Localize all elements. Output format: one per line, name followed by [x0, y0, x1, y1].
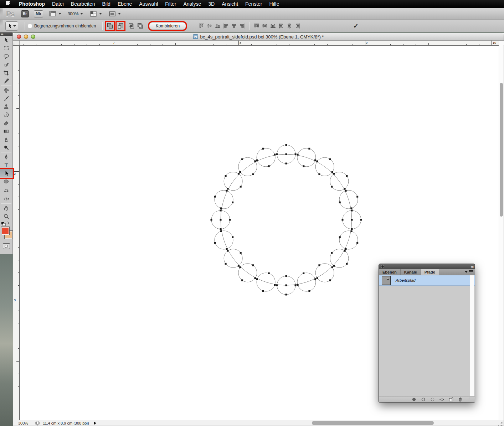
- launch-mobile-button[interactable]: Mb: [34, 10, 43, 17]
- commit-checkmark-icon[interactable]: ✓: [353, 22, 359, 30]
- vertical-ruler[interactable]: 23: [13, 46, 20, 420]
- menu-item-hilfe[interactable]: Hilfe: [266, 0, 283, 8]
- menu-item-filter[interactable]: Filter: [161, 0, 180, 8]
- distribute-vertical-centers-button[interactable]: [261, 22, 269, 30]
- subtract-shape-button[interactable]: [117, 22, 124, 30]
- clone-stamp-tool[interactable]: [0, 103, 12, 111]
- menu-item-bild[interactable]: Bild: [99, 0, 114, 8]
- ruler-corner[interactable]: [13, 41, 20, 46]
- tab-ebenen[interactable]: Ebenen: [379, 269, 401, 275]
- panel-menu-button[interactable]: [465, 270, 473, 274]
- launch-bridge-button[interactable]: Br: [21, 10, 29, 17]
- menu-items: PhotoshopDateiBearbeitenBildEbeneAuswahl…: [15, 0, 283, 8]
- horizontal-scrollbar-thumb[interactable]: [312, 421, 434, 425]
- menu-item-photoshop[interactable]: Photoshop: [15, 0, 48, 8]
- window-title-bar[interactable]: Ps bc_4s_portrait_sidefold.psd bei 300% …: [13, 33, 504, 41]
- toolbar-collapse-button[interactable]: ▸▸: [0, 32, 12, 36]
- spot-healing-brush-tool[interactable]: [0, 86, 12, 94]
- distribute-left-edges-button[interactable]: [277, 22, 285, 30]
- menu-item-ebene[interactable]: Ebene: [114, 0, 135, 8]
- add-shape-button[interactable]: [106, 22, 114, 30]
- smudge-tool[interactable]: [0, 135, 12, 144]
- align-top-edges-button[interactable]: [197, 22, 205, 30]
- close-window-button[interactable]: [17, 35, 21, 39]
- hand-tool[interactable]: [0, 204, 12, 212]
- minimize-window-button[interactable]: [24, 35, 28, 39]
- eraser-tool[interactable]: [0, 119, 12, 127]
- align-right-edges-button[interactable]: [238, 22, 246, 30]
- align-bottom-edges-button[interactable]: [214, 22, 222, 30]
- gradient-tool[interactable]: [0, 127, 12, 135]
- path-selection-tool[interactable]: [0, 169, 12, 177]
- tool-preset-picker[interactable]: [5, 21, 18, 31]
- window-resize-grip[interactable]: [498, 420, 504, 426]
- distribute-horizontal-centers-button[interactable]: [285, 22, 293, 30]
- distribute-top-edges-button[interactable]: [252, 22, 261, 30]
- menu-item-auswahl[interactable]: Auswahl: [135, 0, 161, 8]
- crop-tool[interactable]: [0, 69, 12, 77]
- path-thumbnail[interactable]: [382, 276, 391, 285]
- align-left-edges-button[interactable]: [222, 22, 230, 30]
- work-path-row[interactable]: Arbeitspfad: [379, 275, 475, 286]
- horizontal-ruler[interactable]: 78910: [20, 41, 504, 46]
- menu-item-fenster[interactable]: Fenster: [242, 0, 266, 8]
- apple-menu-icon[interactable]: [0, 1, 15, 7]
- dodge-tool[interactable]: [0, 144, 12, 152]
- status-zoom-field[interactable]: 300%: [13, 420, 32, 426]
- 3d-rotate-tool[interactable]: [0, 187, 12, 195]
- lasso-tool[interactable]: [0, 52, 12, 61]
- eyedropper-tool[interactable]: [0, 77, 12, 85]
- distribute-bottom-edges-button[interactable]: [269, 22, 277, 30]
- bounding-box-option[interactable]: Begrenzungsrahmen einblenden: [28, 24, 99, 28]
- intersect-shape-button[interactable]: [127, 22, 135, 30]
- menu-item-ansicht[interactable]: Ansicht: [218, 0, 242, 8]
- quick-selection-tool[interactable]: [0, 61, 12, 69]
- collapse-to-icons-button[interactable]: ◂◂: [470, 265, 473, 269]
- load-path-as-selection-button[interactable]: [428, 397, 437, 402]
- vertical-scrollbar[interactable]: [499, 41, 504, 420]
- type-tool[interactable]: T: [0, 161, 12, 169]
- panel-title-bar[interactable]: ◂◂: [379, 264, 475, 269]
- stroke-path-button[interactable]: [418, 397, 428, 402]
- zoom-window-button[interactable]: [31, 35, 35, 39]
- screen-mode-button[interactable]: [108, 11, 121, 17]
- vertical-scrollbar-thumb[interactable]: [500, 83, 503, 217]
- fill-path-button[interactable]: [409, 397, 418, 402]
- arrange-documents-button[interactable]: [89, 11, 102, 17]
- view-extras-button[interactable]: [49, 11, 61, 17]
- panel-resize-grip[interactable]: [466, 397, 470, 401]
- menu-item-datei[interactable]: Datei: [48, 0, 67, 8]
- distribute-right-edges-button[interactable]: [293, 22, 302, 30]
- exclude-shape-button[interactable]: [136, 22, 144, 30]
- zoom-tool[interactable]: [0, 212, 12, 220]
- rectangular-marquee-tool[interactable]: [0, 44, 12, 52]
- quick-mask-button[interactable]: [3, 243, 10, 249]
- align-vertical-centers-button[interactable]: [205, 22, 214, 30]
- menu-item-analyse[interactable]: Analyse: [180, 0, 205, 8]
- align-horizontal-centers-button[interactable]: [230, 22, 238, 30]
- default-swap-colors[interactable]: [0, 220, 12, 226]
- panel-scrollbar[interactable]: [470, 275, 474, 396]
- zoom-level-dropdown[interactable]: 300%: [68, 11, 83, 16]
- menu-item-bearbeiten[interactable]: Bearbeiten: [67, 0, 99, 8]
- 3d-orbit-tool[interactable]: [0, 195, 12, 203]
- make-work-path-button[interactable]: [437, 397, 446, 402]
- tab-kanle[interactable]: Kanäle: [401, 269, 421, 275]
- foreground-color-swatch[interactable]: [1, 227, 9, 235]
- document-info[interactable]: 11,4 cm x 8,9 cm (300 ppi): [32, 420, 92, 426]
- chevron-down-icon: [13, 25, 16, 27]
- history-brush-tool[interactable]: [0, 111, 12, 119]
- horizontal-scrollbar[interactable]: [100, 420, 498, 426]
- pen-tool[interactable]: [0, 153, 12, 161]
- move-tool[interactable]: [0, 36, 12, 44]
- menu-item-3d[interactable]: 3D: [205, 0, 218, 8]
- tab-pfade[interactable]: Pfade: [421, 269, 439, 275]
- bounding-box-checkbox[interactable]: [28, 24, 32, 28]
- new-path-button[interactable]: [446, 397, 456, 402]
- delete-path-button[interactable]: [456, 397, 465, 402]
- status-flyout-button[interactable]: [94, 421, 96, 425]
- combine-button[interactable]: Kombinieren: [149, 22, 186, 30]
- panel-close-button[interactable]: [381, 265, 384, 268]
- ellipse-shape-tool[interactable]: [0, 177, 12, 186]
- brush-tool[interactable]: [0, 94, 12, 103]
